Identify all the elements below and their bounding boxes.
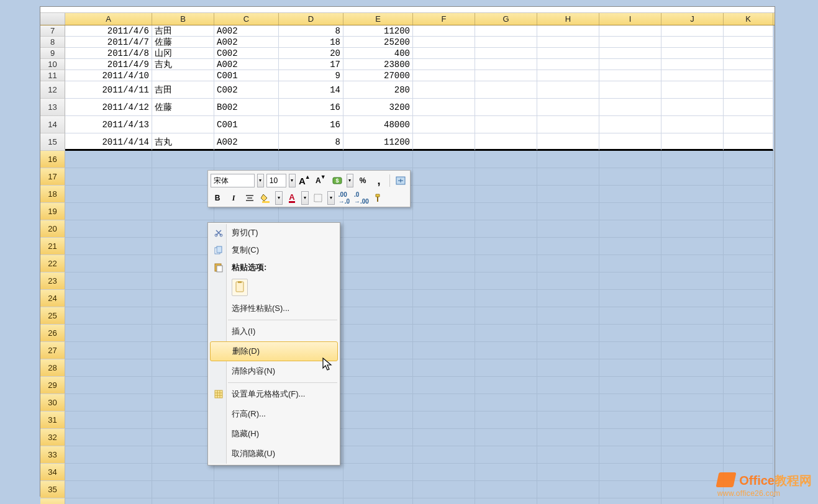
cell[interactable] [475, 133, 537, 151]
cell[interactable]: 25200 [343, 37, 413, 48]
cell[interactable] [475, 394, 537, 412]
cell[interactable] [724, 151, 773, 168]
cell[interactable]: 2011/4/8 [65, 48, 152, 59]
percent-button[interactable]: % [356, 174, 370, 187]
cell[interactable] [661, 272, 724, 290]
cell[interactable] [599, 238, 661, 255]
cell[interactable] [537, 238, 599, 255]
row-header[interactable]: 11 [40, 70, 65, 81]
cell[interactable] [724, 394, 773, 412]
cell[interactable] [65, 290, 152, 307]
cell[interactable]: 48000 [343, 116, 413, 133]
cell[interactable] [152, 168, 214, 186]
cell[interactable] [599, 272, 661, 290]
cell[interactable] [724, 59, 773, 70]
format-painter-button[interactable] [372, 191, 386, 205]
cell[interactable] [343, 412, 413, 429]
cell[interactable] [599, 255, 661, 272]
cell[interactable] [152, 151, 214, 168]
cell[interactable] [475, 464, 537, 481]
cell[interactable] [599, 394, 661, 412]
cell[interactable] [661, 325, 724, 342]
cell[interactable]: A002 [214, 59, 279, 70]
cell[interactable] [65, 359, 152, 377]
cell[interactable] [475, 186, 537, 203]
cell[interactable] [599, 481, 661, 498]
cell[interactable] [661, 25, 724, 37]
cell[interactable] [537, 359, 599, 377]
cell[interactable] [413, 59, 475, 70]
cell[interactable] [724, 99, 773, 116]
cell[interactable] [661, 412, 724, 429]
cell[interactable] [413, 412, 475, 429]
cell[interactable] [599, 307, 661, 325]
cell[interactable] [65, 481, 152, 498]
cell[interactable] [599, 464, 661, 481]
ctx-copy[interactable]: 复制(C) [209, 241, 339, 259]
cell[interactable] [413, 151, 475, 168]
cell[interactable] [661, 238, 724, 255]
cell[interactable] [65, 394, 152, 412]
ctx-row-height[interactable]: 行高(R)... [209, 404, 339, 424]
cell[interactable] [661, 70, 724, 81]
cell[interactable] [413, 498, 475, 504]
cell[interactable] [413, 446, 475, 464]
cell[interactable]: 2011/4/14 [65, 133, 152, 151]
cell[interactable] [661, 446, 724, 464]
cell[interactable] [152, 203, 214, 220]
cell[interactable]: 3200 [343, 99, 413, 116]
cell[interactable] [599, 325, 661, 342]
cell[interactable] [413, 220, 475, 238]
cell[interactable] [152, 220, 214, 238]
cell[interactable]: C001 [214, 116, 279, 133]
cell[interactable] [537, 168, 599, 186]
cell[interactable]: 2011/4/10 [65, 70, 152, 81]
cell[interactable] [599, 290, 661, 307]
cell[interactable] [661, 81, 724, 99]
cell[interactable] [413, 464, 475, 481]
row-header[interactable]: 9 [40, 48, 65, 59]
grow-font-button[interactable]: A▲ [298, 174, 312, 187]
cell[interactable]: 佐藤 [152, 99, 214, 116]
cell[interactable] [537, 59, 599, 70]
cell[interactable] [599, 220, 661, 238]
row-header[interactable]: 7 [40, 25, 65, 37]
cell[interactable] [537, 307, 599, 325]
cell[interactable] [152, 481, 214, 498]
cell[interactable] [537, 151, 599, 168]
font-size-select[interactable]: 10 [266, 174, 286, 187]
ctx-insert[interactable]: 插入(I) [209, 322, 339, 341]
cell[interactable] [537, 70, 599, 81]
cell[interactable] [65, 255, 152, 272]
cell[interactable]: 11200 [343, 133, 413, 151]
cell[interactable] [413, 394, 475, 412]
cell[interactable] [343, 307, 413, 325]
cell[interactable] [413, 272, 475, 290]
cell[interactable] [475, 255, 537, 272]
cell[interactable] [152, 290, 214, 307]
cell[interactable] [152, 446, 214, 464]
cell[interactable] [475, 59, 537, 70]
cell[interactable] [475, 429, 537, 446]
cell[interactable] [599, 48, 661, 59]
merge-center-button[interactable] [394, 174, 407, 187]
cell[interactable] [65, 238, 152, 255]
cell[interactable] [65, 464, 152, 481]
cell[interactable] [343, 394, 413, 412]
cell[interactable] [65, 325, 152, 342]
italic-button[interactable]: I [227, 191, 240, 205]
cell[interactable] [661, 133, 724, 151]
cell[interactable]: 2011/4/9 [65, 59, 152, 70]
row-header[interactable]: 27 [40, 342, 65, 359]
cell[interactable] [724, 377, 773, 394]
cell[interactable] [599, 37, 661, 48]
cell[interactable] [661, 59, 724, 70]
shrink-font-button[interactable]: A▼ [314, 174, 328, 187]
cell-grid[interactable]: 72011/4/6吉田A00281120082011/4/7佐藤A0021825… [40, 25, 775, 496]
row-header[interactable]: 12 [40, 81, 65, 99]
cell[interactable] [152, 238, 214, 255]
accounting-format-button[interactable]: $ [330, 174, 344, 187]
cell[interactable]: 2011/4/7 [65, 37, 152, 48]
increase-decimal-button[interactable]: .00→.0 [337, 191, 351, 205]
cell[interactable] [537, 429, 599, 446]
